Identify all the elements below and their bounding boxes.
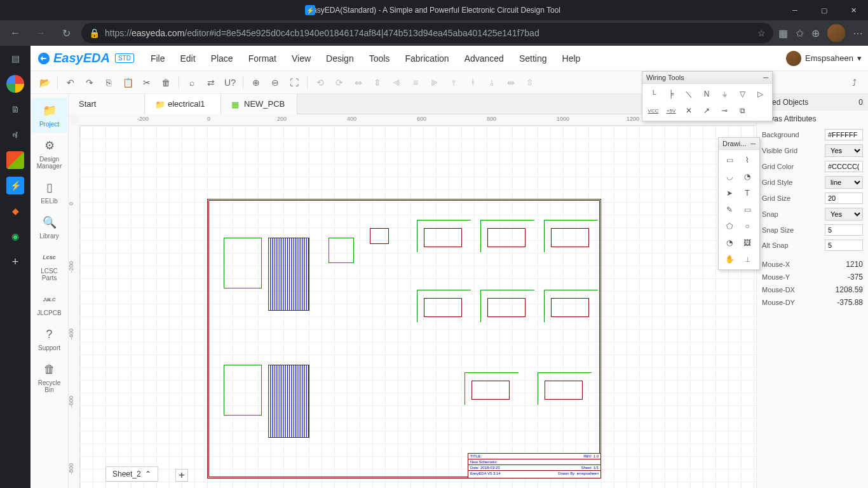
- polygon-tool[interactable]: ⬠: [721, 219, 738, 234]
- fit-button[interactable]: ⛶: [285, 74, 303, 92]
- align-top-button[interactable]: ⫯: [445, 74, 463, 92]
- add-shortcut-icon[interactable]: +: [6, 253, 24, 271]
- grid-size-input[interactable]: [825, 193, 863, 204]
- freehand-tool[interactable]: ✎: [721, 202, 738, 217]
- group-tool[interactable]: ⧉: [734, 103, 750, 118]
- net-port-tool[interactable]: ▷: [752, 86, 768, 102]
- sidebar-item-design-manager[interactable]: ⚙ Design Manager: [32, 133, 67, 175]
- doc-icon[interactable]: 🗎: [6, 100, 24, 118]
- sidebar-item-project[interactable]: 📁 Project: [32, 98, 67, 133]
- image-tool[interactable]: 🖼: [739, 235, 756, 250]
- add-sheet-button[interactable]: +: [175, 469, 188, 482]
- find-button[interactable]: ⌕: [183, 74, 201, 92]
- paste-button[interactable]: 📋: [119, 74, 137, 92]
- background-input[interactable]: [825, 129, 863, 140]
- alt-snap-input[interactable]: [825, 240, 863, 251]
- net-label-tool[interactable]: N: [698, 86, 715, 102]
- undo-button[interactable]: ↶: [62, 74, 79, 92]
- bus-tool[interactable]: ╞: [663, 86, 679, 102]
- share-button[interactable]: ⤴: [845, 74, 863, 92]
- menu-advanced[interactable]: Advanced: [458, 51, 510, 66]
- refresh-button[interactable]: ↻: [56, 23, 76, 43]
- sidebar-item-recycle[interactable]: 🗑 Recycle Bin: [32, 356, 67, 398]
- collections-icon[interactable]: ⊕: [811, 27, 820, 39]
- open-button[interactable]: 📂: [36, 74, 53, 92]
- menu-file[interactable]: File: [144, 51, 172, 66]
- component-mcu2[interactable]: [268, 365, 309, 438]
- menu-help[interactable]: Help: [556, 51, 587, 66]
- component-crystal1[interactable]: [224, 238, 262, 288]
- rect-tool[interactable]: ▭: [739, 202, 756, 217]
- menu-design[interactable]: Design: [320, 51, 360, 66]
- align-left-button[interactable]: ⫷: [388, 74, 405, 92]
- pin-tool[interactable]: ⊸: [716, 103, 733, 118]
- component-relay6[interactable]: [487, 298, 526, 317]
- rotate-right-button[interactable]: ⟳: [330, 74, 348, 92]
- app-logo[interactable]: EasyEDA: [37, 51, 110, 65]
- sidebar-item-jlcpcb[interactable]: JǝLC JLCPCB: [32, 287, 67, 322]
- probe-tool[interactable]: ↗: [698, 103, 715, 118]
- sidebar-item-lcsc[interactable]: Lcsc LCSC Parts: [32, 245, 67, 287]
- component-relay5[interactable]: [424, 298, 462, 317]
- user-menu[interactable]: Emspsaheen ▾: [786, 51, 862, 66]
- menu-tools[interactable]: Tools: [363, 51, 397, 66]
- menu-icon[interactable]: ⋯: [853, 27, 863, 39]
- wiring-tools-title[interactable]: Wiring Tools ─: [642, 72, 772, 84]
- text-tool[interactable]: T: [739, 186, 756, 201]
- designator-button[interactable]: U?: [221, 74, 239, 92]
- flip-h-button[interactable]: ⇔: [349, 74, 367, 92]
- component-reg[interactable]: [329, 238, 354, 263]
- cut-button[interactable]: ✂: [138, 74, 156, 92]
- circle-tool[interactable]: ○: [739, 219, 756, 234]
- microsoft-icon[interactable]: [6, 151, 24, 169]
- snap-size-input[interactable]: [825, 224, 863, 236]
- vcc-tool[interactable]: ▽: [734, 86, 750, 102]
- minimize-icon[interactable]: ─: [763, 74, 768, 81]
- delete-button[interactable]: 🗑: [157, 74, 175, 92]
- grid-color-input[interactable]: [825, 161, 863, 172]
- align-center-button[interactable]: ≡: [407, 74, 424, 92]
- profile-avatar[interactable]: [827, 24, 845, 42]
- grid-style-select[interactable]: line: [825, 176, 863, 189]
- address-bar[interactable]: 🔒 https://easyeda.com/editor#id=8e545e92…: [81, 23, 773, 43]
- tab-new-pcb[interactable]: ▦ NEW_PCB: [221, 94, 297, 114]
- arc-tool[interactable]: ◡: [721, 169, 738, 184]
- component-relay8[interactable]: [545, 381, 583, 400]
- maximize-button[interactable]: ▢: [810, 0, 839, 20]
- drawing-tools-palette[interactable]: Drawi... ─ ▭ ⌇ ◡ ◔ ➤ T ✎ ▭ ⬠ ○ ◔ 🖼 ✋ ⟂: [718, 137, 760, 270]
- wire-tool[interactable]: └: [645, 86, 661, 102]
- redo-button[interactable]: ↷: [81, 74, 98, 92]
- tab-actions-icon[interactable]: ▤: [6, 50, 24, 67]
- replace-button[interactable]: ⇄: [202, 74, 220, 92]
- nj-icon[interactable]: nǰ: [6, 126, 24, 144]
- menu-fabrication[interactable]: Fabrication: [398, 51, 455, 66]
- sidebar-item-support[interactable]: ? Support: [32, 322, 67, 356]
- component-crystal2[interactable]: [224, 365, 262, 416]
- gitlab-icon[interactable]: ◆: [6, 202, 24, 220]
- component-relay2[interactable]: [551, 228, 589, 247]
- 5v-tool[interactable]: +5V: [663, 103, 679, 118]
- favorites-icon[interactable]: ✩: [796, 27, 804, 39]
- menu-edit[interactable]: Edit: [174, 51, 202, 66]
- menu-place[interactable]: Place: [205, 51, 240, 66]
- dimension-tool[interactable]: ⟂: [739, 252, 756, 267]
- copy-button[interactable]: ⎘: [100, 74, 118, 92]
- wiring-tools-palette[interactable]: Wiring Tools ─ └ ╞ ＼ N ⏚ ▽ ▷ VCC +5V ✕ ↗…: [642, 71, 773, 121]
- visible-grid-select[interactable]: Yes: [825, 144, 863, 157]
- component-relay1[interactable]: [487, 228, 526, 247]
- polyline-tool[interactable]: ⌇: [739, 152, 756, 168]
- tab-electrical1[interactable]: 📁 electrical1: [145, 94, 221, 114]
- minimize-button[interactable]: ─: [780, 0, 810, 20]
- no-connect-tool[interactable]: ✕: [681, 103, 697, 118]
- component-relay7[interactable]: [471, 381, 510, 400]
- back-button[interactable]: ←: [5, 23, 25, 43]
- drawing-tools-title[interactable]: Drawi... ─: [719, 138, 759, 150]
- distribute-h-button[interactable]: ⇹: [502, 74, 520, 92]
- star-icon[interactable]: ☆: [757, 28, 766, 38]
- sidebar-item-library[interactable]: 🔍 Library: [32, 210, 67, 245]
- snap-select[interactable]: Yes: [825, 208, 863, 220]
- align-middle-button[interactable]: ⫲: [464, 74, 482, 92]
- menu-format[interactable]: Format: [242, 51, 283, 66]
- extension-icon[interactable]: ▦: [778, 27, 788, 39]
- ellipse-arc-tool[interactable]: ◔: [739, 169, 756, 184]
